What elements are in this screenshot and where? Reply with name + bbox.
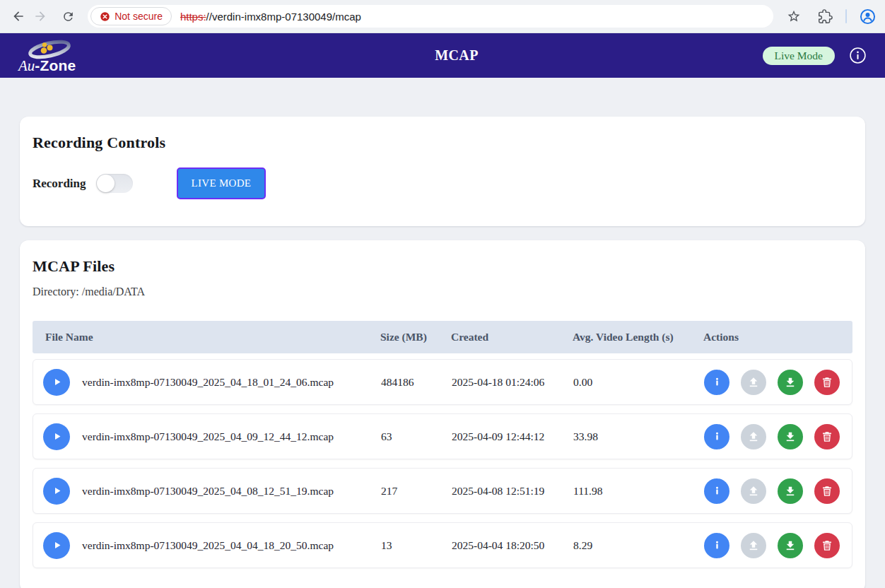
play-icon xyxy=(51,430,63,442)
play-icon xyxy=(51,539,63,551)
recording-toggle[interactable] xyxy=(96,174,133,193)
mcap-files-card: MCAP Files Directory: /media/DATA File N… xyxy=(20,240,865,588)
delete-button[interactable] xyxy=(814,370,840,395)
delete-button[interactable] xyxy=(814,533,840,558)
file-created: 2025-04-04 18:20:50 xyxy=(452,539,573,552)
download-icon xyxy=(784,539,797,552)
back-button[interactable] xyxy=(7,5,29,28)
table-row: verdin-imx8mp-07130049_2025_04_04_18_20_… xyxy=(33,522,852,568)
trash-icon xyxy=(821,376,833,389)
puzzle-icon xyxy=(818,9,833,24)
file-avg-length: 8.29 xyxy=(573,539,704,552)
file-table-body: verdin-imx8mp-07130049_2025_04_18_01_24_… xyxy=(33,359,852,568)
delete-button[interactable] xyxy=(814,478,840,504)
toolbar-divider xyxy=(845,9,847,23)
live-mode-button[interactable]: LIVE MODE xyxy=(177,167,266,199)
profile-button[interactable] xyxy=(857,6,878,27)
file-size: 217 xyxy=(381,485,452,498)
directory-path: Directory: /media/DATA xyxy=(33,286,852,298)
header-created: Created xyxy=(451,331,573,343)
upload-button[interactable] xyxy=(741,424,766,449)
file-name: verdin-imx8mp-07130049_2025_04_09_12_44_… xyxy=(82,430,334,443)
file-size: 484186 xyxy=(381,376,452,389)
header-actions: Actions xyxy=(703,331,852,343)
not-secure-icon xyxy=(100,11,110,22)
info-button[interactable] xyxy=(704,478,729,504)
page-title: MCAP xyxy=(435,47,479,64)
header-info-button[interactable] xyxy=(849,47,867,64)
download-icon xyxy=(784,485,797,498)
file-size: 13 xyxy=(381,539,452,552)
file-created: 2025-04-08 12:51:19 xyxy=(452,485,573,498)
browser-toolbar: Not secure https://verdin-imx8mp-0713004… xyxy=(0,0,885,33)
play-icon xyxy=(51,376,63,388)
upload-icon xyxy=(747,376,760,389)
upload-icon xyxy=(747,485,760,498)
download-button[interactable] xyxy=(778,533,803,558)
info-button[interactable] xyxy=(704,424,729,449)
back-icon xyxy=(11,9,25,23)
download-icon xyxy=(784,430,797,443)
download-button[interactable] xyxy=(778,478,803,504)
star-icon xyxy=(787,9,801,23)
url-rest: //verdin-imx8mp-07130049/mcap xyxy=(206,11,361,23)
main-content: Recording Controls Recording LIVE MODE M… xyxy=(0,78,885,588)
security-chip-label: Not secure xyxy=(115,11,163,22)
file-name: verdin-imx8mp-07130049_2025_04_04_18_20_… xyxy=(82,539,334,552)
upload-button[interactable] xyxy=(741,533,766,558)
auzone-logo: Au-Zone xyxy=(18,37,89,75)
forward-icon xyxy=(33,9,47,23)
info-circle-icon xyxy=(849,47,867,64)
info-icon xyxy=(710,375,724,389)
recording-toggle-label: Recording xyxy=(33,177,86,191)
file-avg-length: 33.98 xyxy=(573,430,704,443)
download-icon xyxy=(784,376,797,389)
download-button[interactable] xyxy=(778,370,803,395)
info-icon xyxy=(710,484,724,498)
url-scheme: https: xyxy=(180,11,206,23)
play-button[interactable] xyxy=(43,532,70,559)
reload-icon xyxy=(61,10,75,23)
info-button[interactable] xyxy=(704,533,729,558)
reload-button[interactable] xyxy=(57,5,79,28)
download-button[interactable] xyxy=(778,424,803,449)
bookmark-button[interactable] xyxy=(783,6,804,27)
url-text: https://verdin-imx8mp-07130049/mcap xyxy=(180,11,361,23)
file-avg-length: 0.00 xyxy=(573,376,704,389)
file-size: 63 xyxy=(381,430,452,443)
table-row: verdin-imx8mp-07130049_2025_04_08_12_51_… xyxy=(33,468,852,514)
mcap-files-title: MCAP Files xyxy=(33,257,852,276)
brand-zone: -Zone xyxy=(35,57,76,74)
delete-button[interactable] xyxy=(814,424,840,449)
files-table: File Name Size (MB) Created Avg. Video L… xyxy=(33,321,852,568)
file-name: verdin-imx8mp-07130049_2025_04_08_12_51_… xyxy=(82,485,334,498)
forward-button[interactable] xyxy=(29,5,51,28)
profile-icon xyxy=(860,8,876,25)
header-size: Size (MB) xyxy=(380,331,451,343)
info-icon xyxy=(710,539,724,552)
header-avg-length: Avg. Video Length (s) xyxy=(573,331,703,343)
extensions-button[interactable] xyxy=(814,6,836,27)
brand-text: Au-Zone xyxy=(18,58,76,74)
trash-icon xyxy=(821,539,833,552)
file-avg-length: 111.98 xyxy=(573,485,704,498)
play-button[interactable] xyxy=(43,423,70,450)
upload-icon xyxy=(747,430,760,443)
upload-icon xyxy=(747,539,760,552)
upload-button[interactable] xyxy=(741,370,766,395)
upload-button[interactable] xyxy=(741,478,766,504)
security-chip[interactable]: Not secure xyxy=(90,7,172,25)
toggle-knob xyxy=(97,175,115,192)
trash-icon xyxy=(821,485,833,498)
table-header-row: File Name Size (MB) Created Avg. Video L… xyxy=(33,321,852,353)
play-button[interactable] xyxy=(43,478,70,505)
play-button[interactable] xyxy=(43,369,70,396)
file-created: 2025-04-18 01:24:06 xyxy=(452,376,573,389)
info-button[interactable] xyxy=(704,370,729,395)
file-created: 2025-04-09 12:44:12 xyxy=(452,430,573,443)
app-header: Au-Zone MCAP Live Mode xyxy=(0,33,885,78)
address-bar[interactable]: Not secure https://verdin-imx8mp-0713004… xyxy=(88,5,773,28)
table-row: verdin-imx8mp-07130049_2025_04_09_12_44_… xyxy=(33,413,852,459)
recording-controls-card: Recording Controls Recording LIVE MODE xyxy=(20,117,865,226)
header-file-name: File Name xyxy=(33,331,380,343)
